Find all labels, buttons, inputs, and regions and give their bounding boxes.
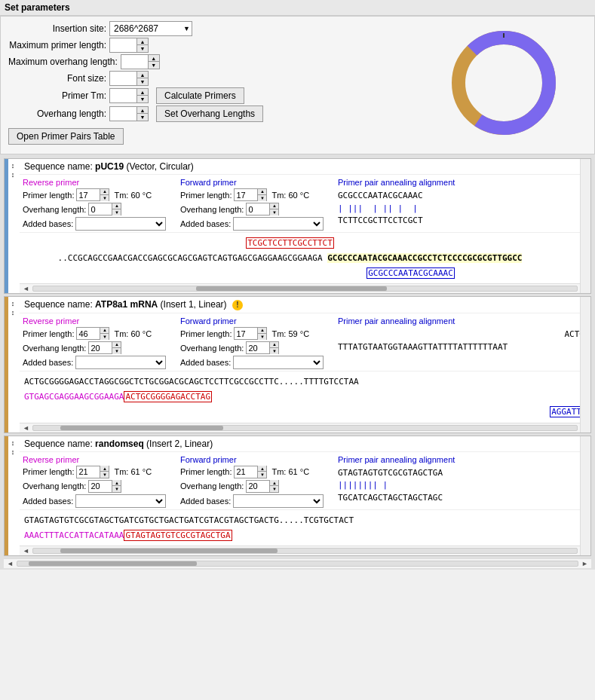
left-bar-puc19 (5, 159, 8, 293)
max-overhang-length-down[interactable]: ▼ (149, 62, 159, 69)
fwd-bases-dropdown-puc19[interactable] (233, 217, 324, 231)
expand-down-icon-atp8a1[interactable]: ↕ (11, 309, 15, 316)
font-size-down[interactable]: ▼ (137, 78, 148, 85)
fwd-overhang-up-randomseq[interactable]: ▲ (269, 480, 278, 486)
fwd-length-field-puc19[interactable] (235, 189, 257, 200)
fwd-overhang-spinner-atp8a1[interactable]: ▲ ▼ (246, 341, 279, 354)
rev-length-down-randomseq[interactable]: ▼ (100, 472, 109, 478)
rev-overhang-spinner-randomseq[interactable]: ▲ ▼ (88, 480, 121, 493)
bottom-scroll-left[interactable]: ◄ (5, 560, 15, 567)
fwd-length-spinner-atp8a1[interactable]: ▲ ▼ (234, 327, 267, 340)
max-primer-length-up[interactable]: ▲ (137, 38, 148, 45)
max-primer-length-input[interactable]: 51 ▲ ▼ (109, 38, 149, 53)
fwd-overhang-field-atp8a1[interactable] (247, 342, 269, 353)
fwd-overhang-down-atp8a1[interactable]: ▼ (269, 348, 278, 354)
insertion-site-dropdown[interactable]: 2686^2687 ▼ (109, 21, 192, 36)
rev-length-field-atp8a1[interactable] (77, 328, 100, 339)
max-overhang-length-field[interactable]: 25 (121, 55, 148, 69)
scroll-left-puc19[interactable]: ◄ (21, 285, 31, 292)
rev-overhang-up-puc19[interactable]: ▲ (112, 203, 121, 209)
rev-length-spinner-atp8a1[interactable]: ▲ ▼ (76, 327, 109, 340)
expand-up-icon-randomseq[interactable]: ↕ (11, 439, 15, 447)
fwd-overhang-field-randomseq[interactable] (247, 481, 269, 492)
v-scrollbar-atp8a1[interactable] (580, 297, 590, 432)
rev-overhang-spinner-atp8a1[interactable]: ▲ ▼ (88, 341, 121, 354)
primer-tm-down[interactable]: ▼ (137, 96, 148, 102)
scroll-left-randomseq[interactable]: ◄ (21, 547, 31, 555)
fwd-overhang-field-puc19[interactable] (247, 203, 269, 215)
scroll-track-puc19[interactable] (32, 286, 578, 292)
bottom-scroll-track[interactable] (17, 561, 578, 567)
max-primer-length-down[interactable]: ▼ (137, 45, 148, 52)
v-scrollbar-puc19[interactable] (580, 159, 590, 293)
fwd-length-down-atp8a1[interactable]: ▼ (257, 334, 266, 340)
set-overhang-button[interactable]: Set Overhang Lengths (156, 105, 263, 122)
fwd-overhang-up-puc19[interactable]: ▲ (269, 203, 278, 209)
overhang-length-input[interactable]: 20 ▲ ▼ (109, 106, 149, 121)
overhang-length-field[interactable]: 20 (110, 107, 136, 121)
fwd-length-down-puc19[interactable]: ▼ (257, 195, 266, 201)
open-primer-pairs-table-button[interactable]: Open Primer Pairs Table (8, 128, 124, 145)
primer-tm-up[interactable]: ▲ (137, 89, 148, 96)
rev-overhang-field-puc19[interactable] (89, 203, 112, 215)
font-size-field[interactable]: 14 (110, 72, 136, 85)
fwd-overhang-spinner-puc19[interactable]: ▲ ▼ (246, 203, 279, 216)
expand-up-icon[interactable]: ↕ (11, 162, 15, 170)
scroll-track-randomseq[interactable] (32, 548, 578, 554)
v-scrollbar-randomseq[interactable] (580, 436, 590, 556)
overhang-length-up[interactable]: ▲ (137, 107, 148, 114)
fwd-overhang-up-atp8a1[interactable]: ▲ (269, 342, 278, 348)
rev-bases-dropdown-puc19[interactable] (75, 217, 166, 231)
expand-down-icon-randomseq[interactable]: ↕ (11, 448, 15, 456)
primer-tm-field[interactable]: 60 (110, 89, 136, 102)
rev-length-field-randomseq[interactable] (77, 466, 100, 478)
rev-overhang-down-atp8a1[interactable]: ▼ (112, 348, 121, 354)
max-overhang-length-input[interactable]: 25 ▲ ▼ (121, 54, 160, 69)
fwd-overhang-row-atp8a1: Overhang length: ▲ ▼ (180, 341, 327, 354)
fwd-overhang-down-randomseq[interactable]: ▼ (269, 486, 278, 492)
rev-length-up-puc19[interactable]: ▲ (100, 189, 109, 195)
fwd-length-spinner-randomseq[interactable]: ▲ ▼ (234, 466, 267, 478)
rev-overhang-down-puc19[interactable]: ▼ (112, 209, 121, 216)
rev-bases-dropdown-atp8a1[interactable] (75, 356, 166, 369)
fwd-length-up-puc19[interactable]: ▲ (257, 189, 266, 195)
rev-bases-dropdown-randomseq[interactable] (75, 494, 166, 508)
rev-length-field-puc19[interactable] (77, 189, 100, 200)
fwd-bases-dropdown-randomseq[interactable] (233, 494, 324, 508)
rev-overhang-spinner-puc19[interactable]: ▲ ▼ (88, 203, 121, 216)
rev-overhang-up-randomseq[interactable]: ▲ (112, 480, 121, 486)
fwd-length-spinner-puc19[interactable]: ▲ ▼ (234, 188, 267, 201)
fwd-overhang-spinner-randomseq[interactable]: ▲ ▼ (246, 480, 279, 493)
rev-length-down-atp8a1[interactable]: ▼ (100, 334, 109, 340)
scroll-left-atp8a1[interactable]: ◄ (21, 424, 31, 432)
fwd-bases-dropdown-atp8a1[interactable] (233, 356, 324, 369)
fwd-overhang-down-puc19[interactable]: ▼ (269, 209, 278, 216)
font-size-input[interactable]: 14 ▲ ▼ (109, 71, 149, 86)
seq-type-puc19: (Vector, Circular) (126, 161, 193, 172)
rev-overhang-down-randomseq[interactable]: ▼ (112, 486, 121, 492)
fwd-length-up-randomseq[interactable]: ▲ (257, 466, 266, 472)
fwd-length-up-atp8a1[interactable]: ▲ (257, 328, 266, 334)
fwd-length-field-randomseq[interactable] (235, 466, 257, 478)
calculate-primers-button[interactable]: Calculate Primers (156, 87, 244, 104)
rev-length-spinner-randomseq[interactable]: ▲ ▼ (76, 466, 109, 478)
fwd-length-down-randomseq[interactable]: ▼ (257, 472, 266, 478)
max-primer-length-field[interactable]: 51 (110, 38, 136, 52)
rev-length-label: Primer length: (23, 191, 74, 200)
rev-overhang-field-randomseq[interactable] (89, 481, 112, 492)
font-size-up[interactable]: ▲ (137, 72, 148, 78)
expand-down-icon[interactable]: ↕ (11, 171, 15, 179)
rev-length-up-randomseq[interactable]: ▲ (100, 466, 109, 472)
rev-length-up-atp8a1[interactable]: ▲ (100, 328, 109, 334)
scroll-track-atp8a1[interactable] (32, 425, 578, 431)
rev-overhang-up-atp8a1[interactable]: ▲ (112, 342, 121, 348)
expand-up-icon-atp8a1[interactable]: ↕ (11, 300, 15, 307)
primer-tm-input[interactable]: 60 ▲ ▼ (109, 88, 149, 103)
rev-length-spinner-puc19[interactable]: ▲ ▼ (76, 188, 109, 201)
bottom-scroll-right[interactable]: ► (580, 560, 590, 567)
fwd-length-field-atp8a1[interactable] (235, 328, 257, 339)
overhang-length-down[interactable]: ▼ (137, 114, 148, 121)
rev-overhang-field-atp8a1[interactable] (89, 342, 112, 353)
max-overhang-length-up[interactable]: ▲ (149, 55, 159, 62)
rev-length-down-puc19[interactable]: ▼ (100, 195, 109, 201)
